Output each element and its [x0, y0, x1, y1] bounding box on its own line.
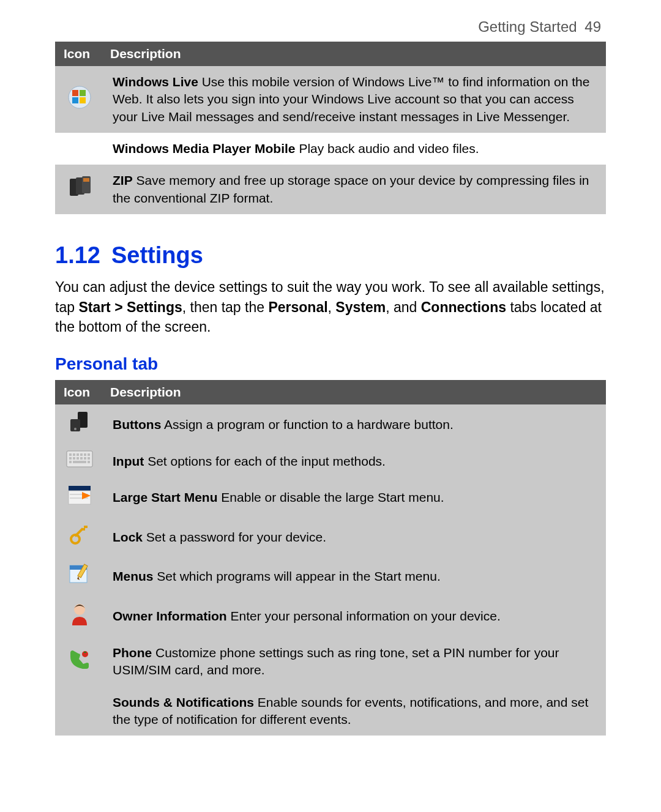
desc-text: Enable or disable the large Start menu.: [218, 490, 444, 504]
desc-text: Set which programs will appear in the St…: [154, 569, 441, 583]
col-header-description: Description: [104, 380, 606, 404]
svg-point-11: [74, 428, 77, 430]
desc-term: Large Start Menu: [113, 490, 218, 504]
desc-term: Phone: [113, 646, 152, 660]
para-bold: Personal: [268, 299, 327, 315]
cell-description: ZIP Save memory and free up storage spac…: [104, 165, 606, 214]
zip-icon: [67, 175, 92, 199]
cell-description: Sounds & Notifications Enable sounds for…: [104, 687, 606, 736]
svg-rect-25: [69, 461, 72, 463]
svg-rect-8: [83, 178, 89, 182]
table-row: Windows Media Player Mobile Play back au…: [55, 133, 606, 165]
cell-description: Buttons Assign a program or function to …: [104, 404, 606, 444]
svg-rect-22: [80, 457, 83, 460]
section-name: Getting Started: [478, 18, 577, 35]
svg-rect-24: [88, 457, 90, 460]
large-start-menu-icon: [67, 485, 92, 507]
svg-rect-26: [73, 461, 86, 463]
svg-rect-4: [80, 97, 86, 103]
desc-term: Windows Live: [113, 75, 198, 89]
desc-text: Play back audio and video files.: [296, 141, 479, 155]
col-header-description: Description: [104, 42, 606, 66]
table-row: Buttons Assign a program or function to …: [55, 404, 606, 444]
svg-rect-3: [72, 97, 78, 103]
desc-term: Sounds & Notifications: [113, 695, 254, 709]
svg-rect-14: [73, 453, 75, 456]
svg-rect-13: [69, 453, 72, 456]
desc-text: Enter your personal information on your …: [227, 609, 501, 623]
table-row: Owner Information Enter your personal in…: [55, 596, 606, 637]
menus-icon: [67, 563, 92, 585]
table-row: Input Set options for each of the input …: [55, 444, 606, 478]
desc-text: Save memory and free up storage space on…: [113, 173, 589, 204]
manual-page: Getting Started 49 Icon Description: [0, 0, 661, 812]
svg-rect-2: [80, 90, 86, 96]
buttons-icon: [68, 411, 91, 434]
desc-text: Assign a program or function to a hardwa…: [161, 417, 453, 431]
cell-description: Large Start Menu Enable or disable the l…: [104, 479, 606, 517]
keyboard-icon: [66, 450, 93, 467]
desc-term: Windows Media Player Mobile: [113, 141, 296, 155]
svg-rect-18: [88, 453, 90, 456]
svg-rect-23: [84, 457, 86, 460]
desc-term: Owner Information: [113, 609, 227, 623]
cell-description: Menus Set which programs will appear in …: [104, 557, 606, 595]
desc-term: Menus: [113, 569, 154, 583]
para-bold: Start > Settings: [78, 299, 182, 315]
page-number: 49: [584, 18, 601, 35]
desc-text: Set a password for your device.: [143, 530, 326, 544]
desc-term: Input: [113, 454, 144, 468]
cell-description: Input Set options for each of the input …: [104, 444, 606, 478]
table-row: Large Start Menu Enable or disable the l…: [55, 479, 606, 517]
para-bold: Connections: [421, 299, 506, 315]
cell-description: Lock Set a password for your device.: [104, 517, 606, 557]
running-header: Getting Started 49: [55, 18, 606, 35]
cell-description: Windows Media Player Mobile Play back au…: [104, 133, 606, 165]
table-row: ZIP Save memory and free up storage spac…: [55, 165, 606, 214]
key-icon: [68, 523, 91, 546]
table-row: Sounds & Notifications Enable sounds for…: [55, 687, 606, 736]
desc-term: Lock: [113, 530, 143, 544]
para-text: , then tap the: [182, 299, 269, 315]
table-row: Windows Live Use this mobile version of …: [55, 66, 606, 133]
subsection-heading: Personal tab: [55, 354, 606, 374]
svg-rect-35: [84, 526, 88, 528]
cell-description: Windows Live Use this mobile version of …: [104, 66, 606, 133]
windows-live-icon: [67, 85, 92, 110]
section-title: Settings: [111, 242, 203, 268]
table-row: Menus Set which programs will appear in …: [55, 557, 606, 595]
table-row: Phone Customize phone settings such as r…: [55, 637, 606, 687]
svg-rect-1: [72, 90, 78, 96]
desc-text: Customize phone settings such as ring to…: [113, 646, 559, 677]
section-heading: 1.12Settings: [55, 242, 606, 269]
programs-table: Icon Description: [55, 42, 606, 214]
svg-rect-20: [73, 457, 75, 460]
desc-term: Buttons: [113, 417, 161, 431]
col-header-icon: Icon: [55, 42, 104, 66]
svg-rect-21: [77, 457, 79, 460]
svg-rect-19: [69, 457, 72, 460]
desc-text: Set options for each of the input method…: [144, 454, 386, 468]
personal-tab-table: Icon Description Buttons Assign a progra…: [55, 380, 606, 736]
para-bold: System: [335, 299, 386, 315]
table-row: Lock Set a password for your device.: [55, 517, 606, 557]
svg-rect-17: [84, 453, 86, 456]
svg-rect-16: [80, 453, 83, 456]
para-text: , and: [386, 299, 421, 315]
section-paragraph: You can adjust the device settings to su…: [55, 277, 606, 337]
phone-icon: [68, 648, 91, 671]
svg-rect-29: [69, 491, 91, 504]
cell-description: Phone Customize phone settings such as r…: [104, 637, 606, 687]
para-text: ,: [328, 299, 336, 315]
owner-info-icon: [69, 602, 91, 627]
svg-rect-36: [81, 528, 85, 531]
svg-rect-43: [84, 652, 86, 653]
svg-rect-27: [88, 461, 90, 463]
desc-term: ZIP: [113, 173, 133, 187]
section-number: 1.12: [55, 242, 100, 268]
cell-description: Owner Information Enter your personal in…: [104, 596, 606, 637]
svg-rect-15: [77, 453, 79, 456]
col-header-icon: Icon: [55, 380, 104, 404]
svg-rect-28: [69, 486, 91, 491]
